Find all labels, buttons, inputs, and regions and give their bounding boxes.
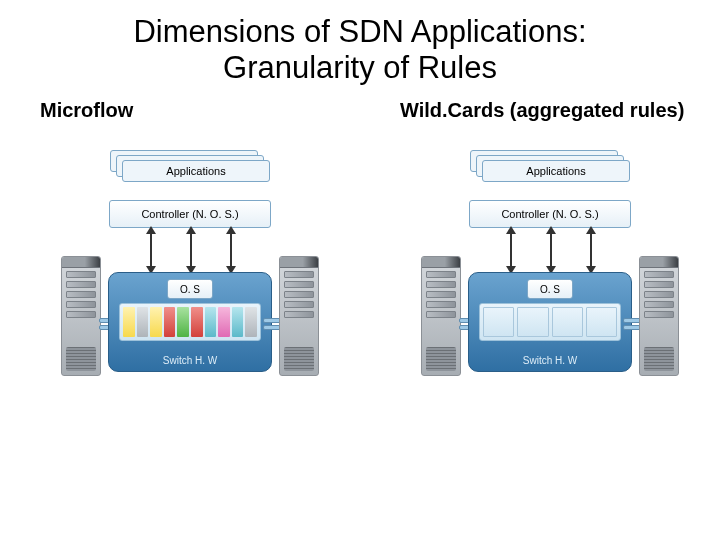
server-icon: [61, 256, 101, 376]
title-line-1: Dimensions of SDN Applications:: [0, 14, 720, 50]
app-window-label: Applications: [482, 160, 630, 182]
double-arrow-icon: [230, 230, 232, 270]
switch-hw-label: Switch H. W: [163, 355, 217, 366]
server-icon: [421, 256, 461, 376]
flow-entry: [123, 307, 135, 337]
os-badge: O. S: [527, 279, 573, 299]
flow-entry: [586, 307, 617, 337]
double-arrow-icon: [190, 230, 192, 270]
server-icon: [279, 256, 319, 376]
flow-entry: [164, 307, 176, 337]
column-wildcards: Wild.Cards (aggregated rules) Applicatio…: [360, 99, 720, 372]
heading-microflow: Microflow: [40, 99, 340, 122]
flow-entry: [137, 307, 149, 337]
applications-stack: Applications: [470, 150, 630, 184]
switch-box: O. S Switch H. W: [468, 272, 632, 372]
flow-entry: [517, 307, 548, 337]
flow-entry: [232, 307, 244, 337]
double-arrow-icon: [590, 230, 592, 270]
column-microflow: Microflow Applications Controller (N. O.…: [0, 99, 360, 372]
flow-entry: [177, 307, 189, 337]
title-line-2: Granularity of Rules: [0, 50, 720, 86]
double-arrow-icon: [150, 230, 152, 270]
flow-entry: [552, 307, 583, 337]
double-arrow-icon: [510, 230, 512, 270]
arrows-controller-switch: [110, 228, 270, 272]
applications-stack: Applications: [110, 150, 270, 184]
flow-entry: [218, 307, 230, 337]
arrows-controller-switch: [470, 228, 630, 272]
columns: Microflow Applications Controller (N. O.…: [0, 99, 720, 372]
controller-box: Controller (N. O. S.): [109, 200, 271, 228]
switch-assembly: O. S Switch H. W: [425, 272, 675, 372]
flow-entry: [150, 307, 162, 337]
switch-box: O. S Switch H. W: [108, 272, 272, 372]
heading-wildcards: Wild.Cards (aggregated rules): [400, 99, 700, 122]
flow-entry: [191, 307, 203, 337]
page-title: Dimensions of SDN Applications: Granular…: [0, 0, 720, 85]
os-badge: O. S: [167, 279, 213, 299]
controller-box: Controller (N. O. S.): [469, 200, 631, 228]
flow-entry: [205, 307, 217, 337]
double-arrow-icon: [550, 230, 552, 270]
switch-assembly: O. S Switch H. W: [65, 272, 315, 372]
server-icon: [639, 256, 679, 376]
flow-entry: [483, 307, 514, 337]
app-window-label: Applications: [122, 160, 270, 182]
flow-table-microflow: [119, 303, 261, 341]
flow-entry: [245, 307, 257, 337]
switch-hw-label: Switch H. W: [523, 355, 577, 366]
flow-table-wildcards: [479, 303, 621, 341]
